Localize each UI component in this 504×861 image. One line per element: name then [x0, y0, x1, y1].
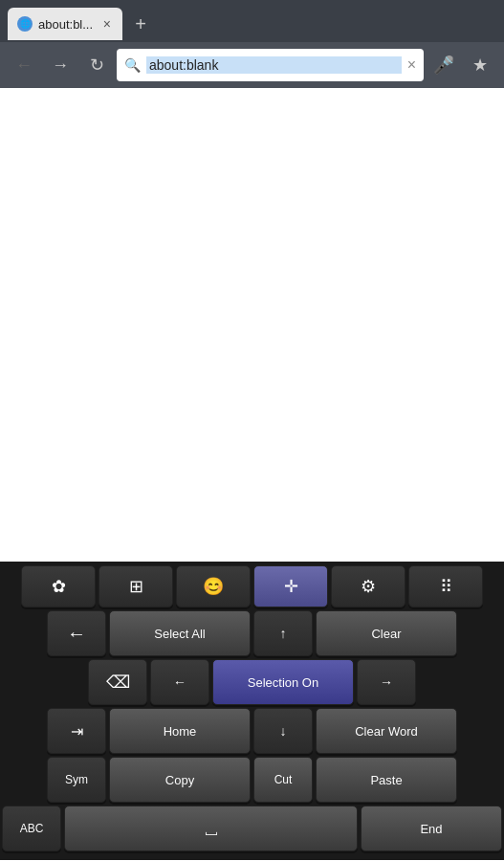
browser-tab[interactable]: 🌐 about:bl... ×	[8, 8, 122, 40]
home-label: Home	[164, 724, 197, 739]
address-text[interactable]: about:blank	[146, 56, 402, 74]
tab-key[interactable]: ⇥	[47, 708, 106, 754]
clear-word-label: Clear Word	[355, 724, 418, 739]
down-arrow-key[interactable]: ↓	[253, 708, 313, 754]
cut-key[interactable]: Cut	[253, 757, 313, 803]
browser-chrome: 🌐 about:bl... × + ← → ↻ 🔍 about:blank × …	[0, 0, 504, 88]
keyboard-row-3: ⌫ ← Selection On →	[2, 659, 502, 705]
bookmark-button[interactable]: ★	[464, 49, 496, 81]
tab-bar: 🌐 about:bl... × +	[0, 0, 504, 42]
keyboard-row-6: ABC ⎵ End	[2, 806, 502, 851]
down-arrow-icon: ↓	[280, 723, 287, 739]
special-icon-1: ✿	[52, 576, 66, 597]
backspace-icon: ←	[67, 623, 86, 645]
address-clear-button[interactable]: ×	[407, 56, 416, 74]
end-label: End	[420, 822, 442, 836]
grid-icon: ⠿	[440, 576, 452, 597]
up-arrow-key[interactable]: ↑	[253, 610, 313, 656]
mic-button[interactable]: 🎤	[427, 49, 460, 81]
clear-word-key[interactable]: Clear Word	[316, 708, 457, 754]
clear-label: Clear	[371, 627, 401, 641]
selection-on-key[interactable]: Selection On	[212, 659, 354, 705]
keyboard-row-icons: ✿ ⊞ 😊 ✛ ⚙ ⠿	[2, 565, 502, 607]
left-arrow-key[interactable]: ←	[150, 659, 209, 705]
mic-icon: 🎤	[433, 55, 454, 76]
right-arrow-key[interactable]: →	[357, 659, 416, 705]
sym-label: Sym	[65, 773, 88, 786]
space-icon: ⎵	[206, 818, 217, 840]
copy-key[interactable]: Copy	[109, 757, 251, 803]
clear-key[interactable]: Clear	[316, 610, 457, 656]
forward-icon: →	[52, 55, 69, 76]
end-key[interactable]: End	[361, 806, 502, 851]
copy-label: Copy	[165, 773, 194, 787]
forward-button[interactable]: →	[44, 49, 77, 81]
settings-key[interactable]: ⚙	[331, 565, 405, 607]
special-icon-2: ⊞	[129, 576, 143, 597]
emoji-icon: 😊	[203, 576, 224, 597]
tab-title: about:bl...	[38, 17, 96, 32]
special-key-1[interactable]: ✿	[21, 565, 96, 607]
back-button[interactable]: ←	[8, 49, 40, 81]
sym-key[interactable]: Sym	[47, 757, 106, 803]
tab-icon: ⇥	[71, 722, 83, 740]
bookmark-icon: ★	[472, 55, 488, 76]
up-arrow-icon: ↑	[280, 626, 287, 641]
reload-button[interactable]: ↻	[80, 49, 113, 81]
keyboard-row-2: ← Select All ↑ Clear	[2, 610, 502, 656]
selection-on-label: Selection On	[248, 675, 318, 690]
home-key[interactable]: Home	[109, 708, 251, 754]
back-icon: ←	[15, 55, 33, 76]
paste-key[interactable]: Paste	[316, 757, 457, 803]
space-key[interactable]: ⎵	[64, 806, 358, 851]
page-content	[0, 88, 504, 562]
emoji-key[interactable]: 😊	[176, 565, 251, 607]
new-tab-button[interactable]: +	[126, 10, 155, 38]
move-key[interactable]: ✛	[253, 565, 328, 607]
delete-key[interactable]: ⌫	[88, 659, 147, 705]
select-all-key[interactable]: Select All	[109, 610, 251, 656]
move-icon: ✛	[284, 576, 298, 597]
nav-bar: ← → ↻ 🔍 about:blank × 🎤 ★	[0, 42, 504, 88]
backspace-key[interactable]: ←	[47, 610, 106, 656]
paste-label: Paste	[370, 773, 402, 787]
tab-favicon: 🌐	[17, 16, 33, 32]
search-icon: 🔍	[124, 57, 141, 73]
tab-close-button[interactable]: ×	[101, 16, 113, 32]
keyboard-row-4: ⇥ Home ↓ Clear Word	[2, 708, 502, 754]
keyboard: ✿ ⊞ 😊 ✛ ⚙ ⠿ ← Select All ↑ Clear	[0, 562, 504, 860]
delete-icon: ⌫	[106, 672, 130, 693]
right-arrow-icon: →	[380, 674, 393, 690]
keyboard-row-5: Sym Copy Cut Paste	[2, 757, 502, 803]
select-all-label: Select All	[154, 627, 205, 641]
special-key-2[interactable]: ⊞	[99, 565, 173, 607]
reload-icon: ↻	[90, 55, 104, 76]
grid-key[interactable]: ⠿	[408, 565, 483, 607]
address-bar[interactable]: 🔍 about:blank ×	[117, 49, 424, 81]
settings-icon: ⚙	[361, 576, 376, 597]
left-arrow-icon: ←	[173, 674, 186, 690]
cut-label: Cut	[274, 773, 293, 786]
abc-key[interactable]: ABC	[2, 806, 61, 851]
abc-label: ABC	[20, 822, 44, 835]
